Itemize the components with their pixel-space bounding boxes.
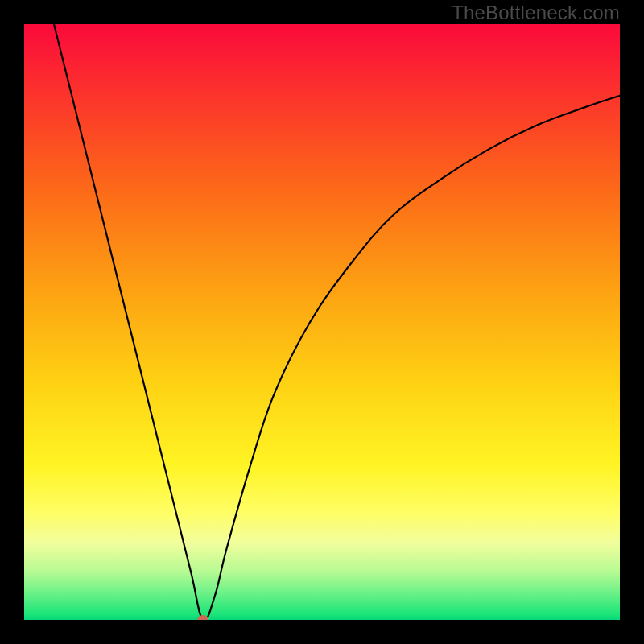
bottleneck-curve	[54, 24, 620, 620]
curve-svg	[24, 24, 620, 620]
chart-frame: TheBottleneck.com	[0, 0, 644, 644]
optimal-point-marker	[197, 615, 208, 620]
watermark-text: TheBottleneck.com	[452, 2, 620, 24]
plot-area	[24, 24, 620, 620]
